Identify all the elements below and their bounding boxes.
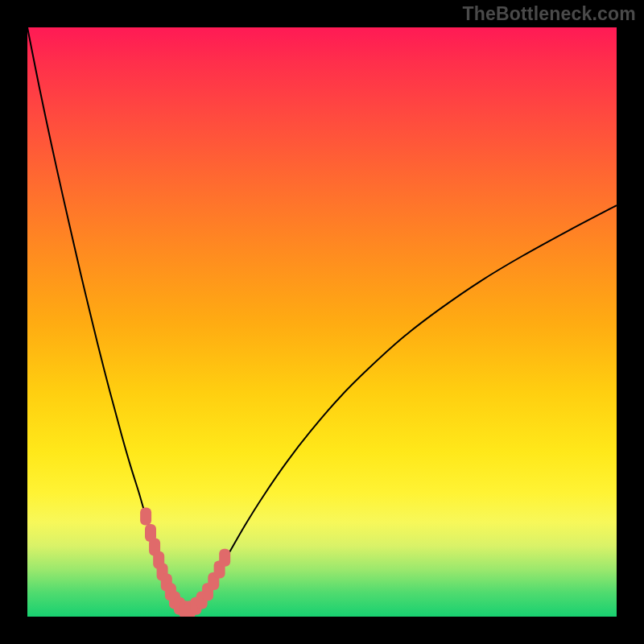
outer-frame: TheBottleneck.com: [0, 0, 644, 644]
curve-svg: [27, 27, 617, 617]
marker-group: [140, 508, 230, 617]
curve-marker: [140, 508, 151, 526]
curve-marker: [219, 549, 230, 567]
bottleneck-curve: [27, 27, 617, 611]
watermark-text: TheBottleneck.com: [462, 3, 636, 25]
plot-area: [27, 27, 617, 617]
